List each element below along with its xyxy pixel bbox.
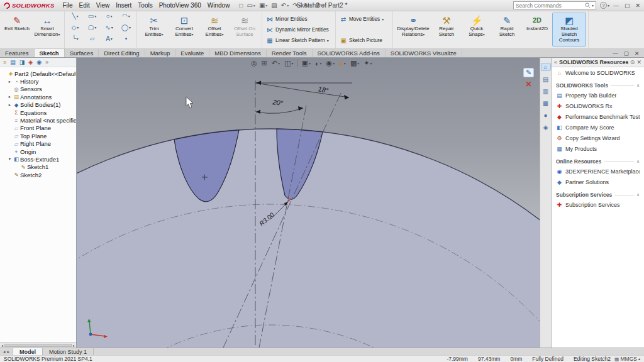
tree-item-material[interactable]: ≡Material <not specified> — [0, 116, 76, 124]
dim18-arc[interactable] — [256, 83, 349, 97]
tab-render-tools[interactable]: Render Tools — [267, 49, 313, 57]
section-view-icon[interactable]: ◫▾ — [284, 59, 294, 67]
tab-features[interactable]: Features — [0, 49, 35, 57]
menu-view[interactable]: View — [93, 2, 113, 9]
menu-tools[interactable]: Tools — [135, 2, 155, 9]
subscription-services-link[interactable]: ✚Subscription Services — [552, 199, 644, 210]
tab-markup[interactable]: Markup — [145, 49, 176, 57]
display-style-icon[interactable]: ◐▾ — [314, 60, 323, 67]
display-manager-tab-icon[interactable]: ◉ — [36, 59, 42, 65]
resources-tab-icon[interactable]: ⌂ — [541, 63, 551, 71]
doc-close-button[interactable]: ✕ — [635, 50, 639, 57]
tab-surfaces[interactable]: Surfaces — [65, 49, 99, 57]
plane-tool[interactable]: ▱ — [84, 35, 101, 42]
dimension-20deg[interactable]: 20° — [272, 98, 284, 107]
tree-item-solid-bodies[interactable]: ▸◆Solid Bodies(1) — [0, 101, 76, 109]
performance-benchmark-link[interactable]: ◆Performance Benchmark Test — [552, 111, 644, 122]
new-icon[interactable]: □ — [239, 2, 243, 9]
spline-tool[interactable]: ∿▾ — [101, 24, 118, 31]
copy-settings-wizard-link[interactable]: ⚙Copy Settings Wizard — [552, 133, 644, 143]
tree-horizontal-scrollbar[interactable]: ◂ ▸ — [0, 342, 76, 348]
previous-view-icon[interactable]: ↶▾ — [271, 59, 280, 67]
tree-item-equations[interactable]: ΣEquations — [0, 109, 76, 116]
tab-sketch[interactable]: Sketch — [35, 49, 65, 57]
cancel-sketch-icon[interactable]: ✕ — [523, 79, 534, 89]
unit-system-selector[interactable]: ▦ MMGS ▴ — [614, 356, 640, 362]
instant2d-button[interactable]: 2D Instant2D — [522, 13, 552, 47]
scroll-left-icon[interactable]: ◂ — [1, 343, 3, 348]
tree-item-origin[interactable]: ⌖Origin — [0, 148, 76, 155]
section-online-resources[interactable]: Online Resources∧ — [552, 154, 644, 166]
scroll-right-icon[interactable]: ▸ — [73, 343, 75, 348]
feature-manager-tab-icon[interactable]: ≡ — [3, 59, 6, 65]
tab-evaluate[interactable]: Evaluate — [175, 49, 209, 57]
property-manager-tab-icon[interactable]: ▤ — [10, 59, 16, 65]
rapid-sketch-button[interactable]: ✎ Rapid Sketch — [492, 13, 522, 47]
more-tabs-icon[interactable]: » — [45, 59, 48, 65]
menu-file[interactable]: File — [59, 2, 75, 9]
ellipse-tool[interactable]: ◯▾ — [118, 24, 135, 31]
model-tab[interactable]: Model — [13, 348, 43, 355]
hide-show-items-icon[interactable]: ◉▾ — [326, 59, 336, 67]
graphics-area[interactable]: 18° 20° R3.00 — [77, 58, 540, 348]
search-commands-box[interactable]: ▾ — [513, 1, 596, 9]
linear-sketch-pattern-button[interactable]: ▦ Linear Sketch Pattern ▾ — [264, 35, 333, 46]
tree-item-history[interactable]: ▸◔History — [0, 77, 76, 85]
options-icon[interactable]: ⚙▾ — [316, 2, 324, 9]
tab-scroll-left-icon[interactable]: ◂ — [3, 349, 6, 354]
pin-icon[interactable]: ⊙ — [629, 58, 636, 67]
dynamic-mirror-button[interactable]: ⋉ Dynamic Mirror Entities — [264, 25, 333, 35]
tree-item-annotations[interactable]: ▸▤Annotations — [0, 93, 76, 101]
smart-dimension-button[interactable]: ↔ Smart Dimension▾ — [32, 13, 62, 47]
circle-tool[interactable]: ○▾ — [101, 13, 118, 19]
tab-direct-editing[interactable]: Direct Editing — [99, 49, 145, 57]
print-icon[interactable]: ▤ — [271, 2, 277, 9]
rebuild-icon[interactable]: ↻▾ — [304, 2, 312, 9]
help-button[interactable]: ?▾ — [600, 2, 609, 9]
slot-tool[interactable]: ▢▾ — [84, 24, 101, 31]
mirror-entities-button[interactable]: ⋈ Mirror Entities — [264, 14, 333, 25]
edit-appearance-icon[interactable]: ●▾ — [338, 60, 347, 67]
tree-item-part2[interactable]: ◈Part2 (Default<<Default>_Display Sta — [0, 70, 76, 77]
quick-snaps-button[interactable]: ⚡ Quick Snaps▾ — [462, 13, 492, 47]
tree-item-sensors[interactable]: ◎Sensors — [0, 85, 76, 93]
collapse-section-icon[interactable]: ∧ — [636, 83, 640, 88]
zoom-fit-icon[interactable]: ◎ — [250, 59, 258, 67]
collapse-section-icon[interactable]: ∧ — [636, 159, 640, 164]
minimize-button[interactable]: — — [613, 3, 619, 9]
save-icon[interactable]: ▣▾ — [259, 2, 267, 9]
dim20-arc[interactable] — [256, 108, 303, 113]
tree-item-top-plane[interactable]: ▱Top Plane — [0, 132, 76, 140]
shaded-sketch-contours-button[interactable]: ◩ Shaded Sketch Contours — [552, 13, 586, 47]
offset-entities-button[interactable]: ≋ Offset Entities▾ — [199, 13, 230, 47]
custom-properties-tab-icon[interactable]: ◈ — [541, 124, 551, 131]
view-palette-tab-icon[interactable]: ▦ — [541, 100, 551, 107]
my-products-link[interactable]: ▦My Products — [552, 143, 644, 154]
redo-icon[interactable]: ↷▾ — [292, 2, 300, 9]
search-input[interactable] — [516, 3, 584, 9]
marketplace-link[interactable]: ◉3DEXPERIENCE Marketplace — [552, 166, 644, 177]
tree-item-sketch2[interactable]: ✎Sketch2 — [0, 171, 76, 178]
point-tool[interactable]: • — [118, 35, 135, 42]
solidworks-rx-link[interactable]: ✚SOLIDWORKS Rx — [552, 101, 644, 111]
tab-scroll-right-icon[interactable]: ▸ — [8, 349, 10, 354]
tab-solidworks-visualize[interactable]: SOLIDWORKS Visualize — [386, 49, 462, 57]
collapse-section-icon[interactable]: ∧ — [636, 192, 640, 197]
convert-entities-button[interactable]: ⊡ Convert Entities▾ — [169, 13, 199, 47]
tree-item-right-plane[interactable]: ▱Right Plane — [0, 140, 76, 148]
sketch-fillet-tool[interactable]: ╰▾ — [67, 35, 84, 42]
apply-scene-icon[interactable]: ▩▾ — [350, 59, 360, 67]
scrollbar-thumb[interactable] — [4, 344, 72, 347]
property-tab-builder-link[interactable]: ▤Property Tab Builder — [552, 90, 644, 101]
exit-sketch-button[interactable]: ✎ Exit Sketch — [2, 13, 32, 47]
compare-my-score-link[interactable]: ◧Compare My Score — [552, 122, 644, 133]
partner-solutions-link[interactable]: ◆Partner Solutions — [552, 177, 644, 187]
text-tool[interactable]: A▾ — [101, 35, 118, 42]
polygon-tool[interactable]: ◇▾ — [67, 24, 84, 31]
menu-edit[interactable]: Edit — [76, 2, 93, 9]
rectangle-tool[interactable]: ▭▾ — [84, 13, 101, 19]
maximize-button[interactable]: ▢ — [625, 3, 630, 9]
search-scope-dropdown-icon[interactable]: ▾ — [592, 3, 594, 8]
view-settings-icon[interactable]: ✦▾ — [363, 59, 372, 67]
line-tool[interactable]: ╲▾ — [67, 13, 84, 19]
